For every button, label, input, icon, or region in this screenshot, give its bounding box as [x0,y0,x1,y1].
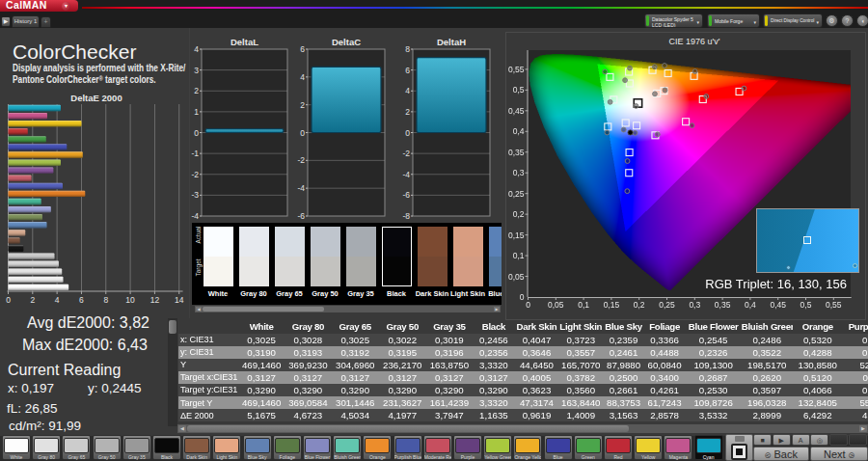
svg-text:2: 2 [194,86,199,95]
svg-text:-6: -6 [297,211,305,221]
svg-text:0,2: 0,2 [634,300,645,310]
svg-text:4: 4 [194,44,199,54]
svg-text:0: 0 [6,295,11,305]
svg-text:-8: -8 [402,211,410,221]
svg-text:0,35: 0,35 [508,148,525,157]
svg-text:8: 8 [103,295,108,305]
svg-text:0,35: 0,35 [715,300,731,310]
svg-text:0,45: 0,45 [508,106,525,116]
svg-text:0,2: 0,2 [513,209,525,219]
svg-text:0,15: 0,15 [508,230,525,240]
svg-text:4: 4 [405,86,410,95]
svg-text:6: 6 [405,66,410,75]
svg-text:0,05: 0,05 [548,300,564,310]
svg-text:-4: -4 [402,170,410,179]
svg-text:0,3: 0,3 [689,300,700,310]
svg-text:0,25: 0,25 [508,189,525,199]
svg-text:-4: -4 [297,183,305,193]
svg-text:-2: -2 [191,170,199,179]
svg-text:2: 2 [405,107,410,117]
svg-text:0,3: 0,3 [513,168,525,177]
svg-text:10: 10 [125,295,135,305]
svg-text:0: 0 [526,300,530,310]
svg-text:0: 0 [194,128,199,138]
svg-text:-1: -1 [191,149,199,158]
svg-text:2: 2 [300,100,305,110]
svg-text:-3: -3 [191,190,199,200]
svg-text:2: 2 [30,295,35,305]
svg-text:DeltaL: DeltaL [231,37,258,47]
svg-text:0: 0 [405,128,410,138]
svg-text:0,5: 0,5 [513,85,525,95]
svg-text:8: 8 [405,44,410,54]
svg-text:0,4: 0,4 [745,300,756,310]
svg-text:0,1: 0,1 [513,251,525,260]
svg-text:12: 12 [150,295,160,305]
svg-text:0,55: 0,55 [826,300,842,310]
svg-text:0,05: 0,05 [508,272,525,282]
svg-text:0,4: 0,4 [513,126,525,136]
svg-text:0,45: 0,45 [770,300,786,310]
svg-text:DeltaC: DeltaC [332,37,361,47]
svg-text:4: 4 [55,295,60,305]
svg-text:0,15: 0,15 [604,300,620,310]
svg-text:-2: -2 [402,149,410,158]
svg-text:-6: -6 [402,190,410,200]
svg-text:1: 1 [194,107,199,117]
svg-text:DeltaH: DeltaH [437,37,466,47]
svg-text:6: 6 [79,295,84,305]
svg-text:0,25: 0,25 [659,300,675,310]
svg-text:0: 0 [300,128,305,138]
svg-text:-4: -4 [191,211,199,221]
svg-text:0,5: 0,5 [800,300,812,310]
svg-text:6: 6 [300,44,305,54]
svg-text:0: 0 [520,292,525,302]
svg-text:0,1: 0,1 [578,300,589,310]
svg-text:14: 14 [175,295,184,305]
svg-text:3: 3 [194,66,199,75]
svg-text:0,55: 0,55 [508,65,525,74]
svg-text:-2: -2 [297,155,305,165]
svg-text:4: 4 [300,72,305,82]
